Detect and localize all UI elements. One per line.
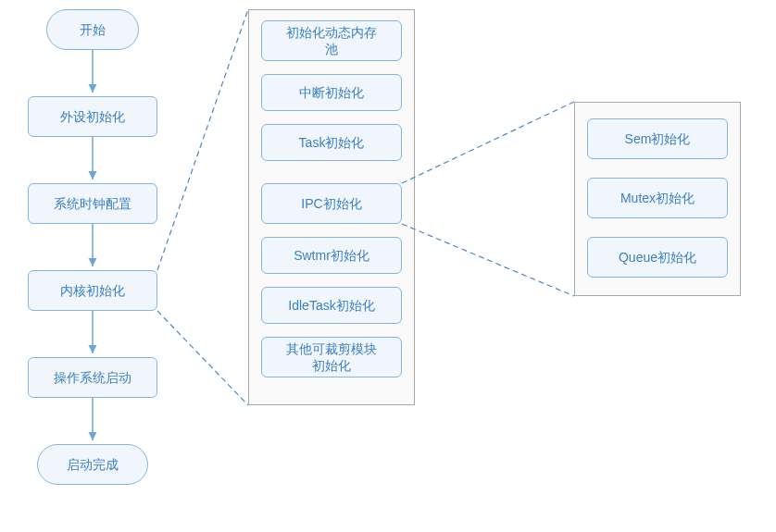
queue-init-label: Queue初始化	[619, 249, 696, 266]
start-label: 开始	[80, 21, 106, 38]
dash-kernel-to-container-top	[157, 9, 248, 270]
idletask-init-label: IdleTask初始化	[288, 297, 374, 314]
clock-config-node: 系统时钟配置	[28, 183, 157, 224]
dash-ipc-to-container-bottom	[402, 224, 574, 296]
trim-module-init-node: 其他可裁剪模块 初始化	[261, 337, 402, 377]
start-node: 开始	[46, 9, 139, 50]
clock-config-label: 系统时钟配置	[54, 195, 131, 212]
mempool-init-node: 初始化动态内存 池	[261, 20, 402, 61]
dash-kernel-to-container-bottom	[157, 311, 248, 405]
peripheral-init-label: 外设初始化	[60, 108, 125, 125]
peripheral-init-node: 外设初始化	[28, 96, 157, 137]
kernel-init-node: 内核初始化	[28, 270, 157, 311]
sem-init-label: Sem初始化	[625, 130, 691, 147]
mutex-init-node: Mutex初始化	[587, 178, 728, 218]
mempool-init-label: 初始化动态内存 池	[286, 24, 377, 57]
interrupt-init-node: 中断初始化	[261, 74, 402, 111]
sem-init-node: Sem初始化	[587, 118, 728, 159]
idletask-init-node: IdleTask初始化	[261, 287, 402, 324]
swtmr-init-label: Swtmr初始化	[294, 247, 369, 264]
interrupt-init-label: 中断初始化	[299, 84, 364, 101]
boot-done-label: 启动完成	[67, 456, 119, 473]
task-init-node: Task初始化	[261, 124, 402, 161]
ipc-init-node: IPC初始化	[261, 183, 402, 224]
swtmr-init-node: Swtmr初始化	[261, 237, 402, 274]
queue-init-node: Queue初始化	[587, 237, 728, 278]
os-start-label: 操作系统启动	[54, 369, 131, 386]
os-start-node: 操作系统启动	[28, 357, 157, 398]
trim-module-init-label: 其他可裁剪模块 初始化	[286, 340, 377, 374]
mutex-init-label: Mutex初始化	[620, 190, 695, 206]
boot-done-node: 启动完成	[37, 444, 148, 485]
ipc-init-label: IPC初始化	[301, 195, 361, 212]
task-init-label: Task初始化	[299, 134, 365, 151]
dash-ipc-to-container-top	[402, 102, 574, 183]
kernel-init-label: 内核初始化	[60, 282, 125, 299]
